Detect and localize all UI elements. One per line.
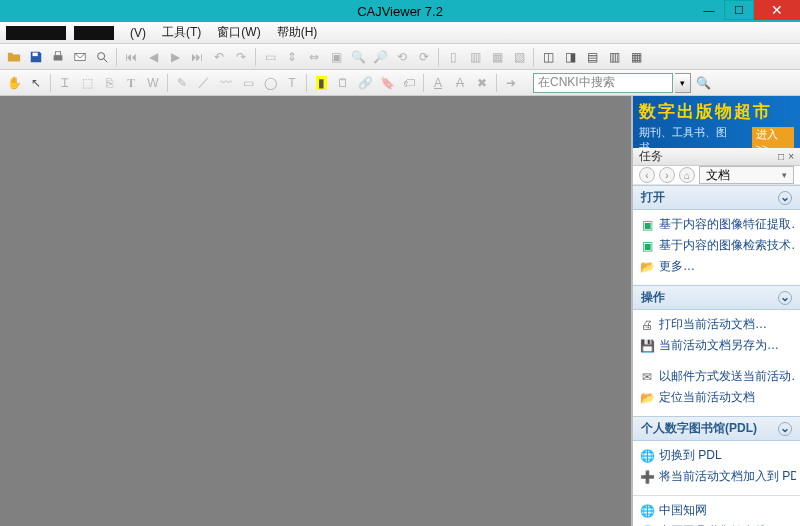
fit-width-icon[interactable]: ⇔ xyxy=(304,47,324,67)
save-icon[interactable] xyxy=(26,47,46,67)
document-canvas xyxy=(0,96,633,526)
ocr-icon[interactable]: 𝐓 xyxy=(121,73,141,93)
goto-icon[interactable]: ➜ xyxy=(501,73,521,93)
folder-icon: 📂 xyxy=(639,259,655,275)
zoom-actual-icon[interactable]: ▭ xyxy=(260,47,280,67)
panel-1-icon[interactable]: ◫ xyxy=(538,47,558,67)
zoom-out-icon[interactable]: 🔎 xyxy=(370,47,390,67)
pdl-add-label: 将当前活动文档加入到 PDL xyxy=(659,468,796,485)
search-dropdown[interactable]: ▾ xyxy=(675,73,691,93)
pin-icon[interactable]: □ xyxy=(778,151,784,162)
delete-annot-icon[interactable]: ✖ xyxy=(472,73,492,93)
mail-icon[interactable] xyxy=(70,47,90,67)
send-word-icon[interactable]: W xyxy=(143,73,163,93)
line-icon[interactable]: ／ xyxy=(194,73,214,93)
menu-help[interactable]: 帮助(H) xyxy=(269,24,326,41)
snapshot-icon[interactable]: ⬚ xyxy=(77,73,97,93)
strike-icon[interactable]: A xyxy=(450,73,470,93)
title-bar: CAJViewer 7.2 — ☐ ✕ xyxy=(0,0,800,22)
layout-facing-icon[interactable]: ▦ xyxy=(487,47,507,67)
bookmark-icon[interactable]: 🔖 xyxy=(377,73,397,93)
layout-book-icon[interactable]: ▧ xyxy=(509,47,529,67)
task-header: 任务 □ × xyxy=(633,148,800,166)
menu-window[interactable]: 窗口(W) xyxy=(209,24,268,41)
banner[interactable]: 数字出版物超市 期刊、工具书、图书… 进入>> xyxy=(633,96,800,148)
layout-cont-icon[interactable]: ▥ xyxy=(465,47,485,67)
nav-fwd-icon[interactable]: › xyxy=(659,167,675,183)
rect-icon[interactable]: ▭ xyxy=(238,73,258,93)
nav-dropdown[interactable]: 文档 xyxy=(699,166,794,184)
curve-icon[interactable]: 〰 xyxy=(216,73,236,93)
panel-4-icon[interactable]: ▥ xyxy=(604,47,624,67)
search-doc-icon[interactable] xyxy=(92,47,112,67)
task-header-label: 任务 xyxy=(639,148,663,165)
print-icon[interactable] xyxy=(48,47,68,67)
menu-tools[interactable]: 工具(T) xyxy=(154,24,209,41)
hand-icon[interactable]: ✋ xyxy=(4,73,24,93)
panel-5-icon[interactable]: ▦ xyxy=(626,47,646,67)
search-go-icon[interactable]: 🔍 xyxy=(693,73,713,93)
nav-back-icon[interactable]: ‹ xyxy=(639,167,655,183)
pointer-icon[interactable]: ↖ xyxy=(26,73,46,93)
panel-3-icon[interactable]: ▤ xyxy=(582,47,602,67)
highlight-icon[interactable]: ▮ xyxy=(311,73,331,93)
pencil-icon[interactable]: ✎ xyxy=(172,73,192,93)
section-ops-header[interactable]: 操作 xyxy=(633,285,800,310)
separator xyxy=(167,74,168,92)
ops-locate[interactable]: 📂定位当前活动文档 xyxy=(637,387,796,408)
last-page-icon[interactable]: ⏭ xyxy=(187,47,207,67)
menu-bar: (V) 工具(T) 窗口(W) 帮助(H) xyxy=(0,22,800,44)
main-area: 数字出版物超市 期刊、工具书、图书… 进入>> 任务 □ × ‹ › ⌂ 文档 … xyxy=(0,96,800,526)
minimize-button[interactable]: — xyxy=(694,0,724,20)
footer-link-1[interactable]: 🌐中国工具书集锦在线 xyxy=(637,521,796,526)
open-icon[interactable] xyxy=(4,47,24,67)
svg-point-4 xyxy=(98,52,105,59)
nav-fwd-icon[interactable]: ↷ xyxy=(231,47,251,67)
prev-page-icon[interactable]: ◀ xyxy=(143,47,163,67)
link-icon[interactable]: 🔗 xyxy=(355,73,375,93)
layout-single-icon[interactable]: ▯ xyxy=(443,47,463,67)
ops-print[interactable]: 🖨打印当前活动文档… xyxy=(637,314,796,335)
text-annot-icon[interactable]: T xyxy=(282,73,302,93)
section-pdl-title: 个人数字图书馆(PDL) xyxy=(641,420,757,437)
menu-view[interactable]: (V) xyxy=(122,26,154,40)
copy-icon[interactable]: ⎘ xyxy=(99,73,119,93)
nav-back-icon[interactable]: ↶ xyxy=(209,47,229,67)
pdl-switch[interactable]: 🌐切换到 PDL xyxy=(637,445,796,466)
pdl-add[interactable]: ➕将当前活动文档加入到 PDL xyxy=(637,466,796,487)
separator xyxy=(533,48,534,66)
window-title: CAJViewer 7.2 xyxy=(357,4,443,19)
open-item-0[interactable]: ▣基于内容的图像特征提取… xyxy=(637,214,796,235)
add-icon: ➕ xyxy=(639,469,655,485)
open-item-more[interactable]: 📂更多… xyxy=(637,256,796,277)
ops-saveas[interactable]: 💾当前活动文档另存为… xyxy=(637,335,796,356)
search-input[interactable]: 在CNKI中搜索 xyxy=(533,73,673,93)
zoom-in-icon[interactable]: 🔍 xyxy=(348,47,368,67)
menu-masked-1 xyxy=(6,26,66,40)
task-nav: ‹ › ⌂ 文档 xyxy=(633,166,800,185)
fit-page-icon[interactable]: ▣ xyxy=(326,47,346,67)
banner-title: 数字出版物超市 xyxy=(639,100,794,123)
section-open-header[interactable]: 打开 xyxy=(633,185,800,210)
open-item-1[interactable]: ▣基于内容的图像检索技术… xyxy=(637,235,796,256)
rotate-right-icon[interactable]: ⟳ xyxy=(414,47,434,67)
note-icon[interactable]: 🗒 xyxy=(333,73,353,93)
rotate-left-icon[interactable]: ⟲ xyxy=(392,47,412,67)
close-button[interactable]: ✕ xyxy=(754,0,800,20)
maximize-button[interactable]: ☐ xyxy=(724,0,754,20)
pdl-switch-label: 切换到 PDL xyxy=(659,447,722,464)
text-select-icon[interactable]: Ꮖ xyxy=(55,73,75,93)
close-panel-icon[interactable]: × xyxy=(788,151,794,162)
stamp-icon[interactable]: 🏷 xyxy=(399,73,419,93)
fit-height-icon[interactable]: ⇕ xyxy=(282,47,302,67)
ellipse-icon[interactable]: ◯ xyxy=(260,73,280,93)
nav-home-icon[interactable]: ⌂ xyxy=(679,167,695,183)
first-page-icon[interactable]: ⏮ xyxy=(121,47,141,67)
footer-link-0[interactable]: 🌐中国知网 xyxy=(637,500,796,521)
ops-mail[interactable]: ✉以邮件方式发送当前活动… xyxy=(637,366,796,387)
section-pdl-header[interactable]: 个人数字图书馆(PDL) xyxy=(633,416,800,441)
separator xyxy=(255,48,256,66)
underline-icon[interactable]: A xyxy=(428,73,448,93)
panel-2-icon[interactable]: ◨ xyxy=(560,47,580,67)
next-page-icon[interactable]: ▶ xyxy=(165,47,185,67)
